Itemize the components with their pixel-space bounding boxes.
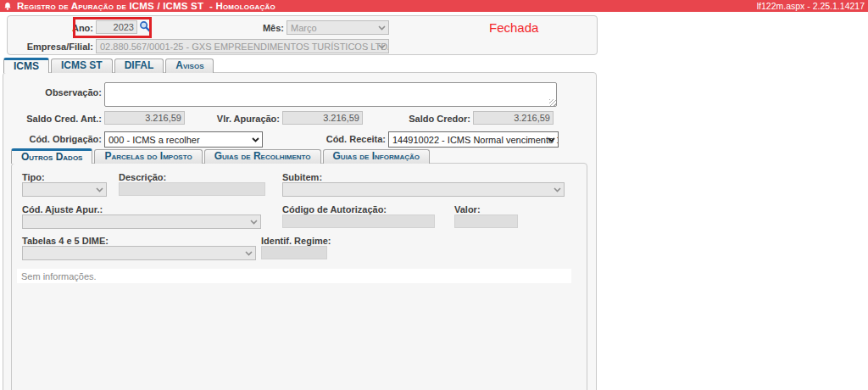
status-badge: Fechada [489,20,538,35]
cod-obrigacao-label: Cód. Obrigação: [25,134,102,144]
mes-select-value: Março [291,23,317,33]
chevron-down-icon [548,137,555,142]
cod-ajuste-apur-label: Cód. Ajuste Apur.: [22,204,103,214]
empresa-filial-label: Empresa/Filial: [17,42,93,52]
chevron-down-icon [554,187,561,192]
tab-guias-de-recolhimento[interactable]: Guias de Recolhimento [204,149,321,164]
tab-icms[interactable]: ICMS [3,58,49,73]
empty-message: Sem informações. [21,271,97,281]
vlr-apuracao-input [282,111,363,125]
cod-obrigacao-value: 000 - ICMS a recolher [108,135,200,145]
saldo-credor-label: Saldo Credor: [394,114,470,124]
cod-receita-select[interactable]: 144910022 - ICMS Normal vencimento 10º d… [388,131,559,148]
subitem-label: Subitem: [282,172,322,182]
sub-tab-bar: Outros Dados Parcelas do Imposto Guias d… [11,148,430,164]
tipo-label: Tipo: [22,172,45,182]
empresa-filial-value: 02.880.567/0001-25 - GXS EMPREENDIMENTOS… [100,42,389,52]
cod-obrigacao-select[interactable]: 000 - ICMS a recolher [104,131,263,148]
tab-icms-st[interactable]: ICMS ST [51,58,113,73]
search-icon[interactable] [139,20,152,35]
page-title: Registro de Apuração de ICMS / ICMS ST -… [17,1,275,11]
subitem-select[interactable] [282,182,565,197]
valor-input [454,214,518,228]
descricao-label: Descrição: [119,172,166,182]
cod-ajuste-apur-select[interactable] [22,214,261,229]
mes-select[interactable]: Março [287,20,389,35]
descricao-input [119,182,265,196]
tab-parcelas-do-imposto[interactable]: Parcelas do Imposto [94,149,202,164]
identif-regime-label: Identif. Regime: [261,236,331,246]
title-bar: Registro de Apuração de ICMS / ICMS ST -… [0,0,868,12]
valor-label: Valor: [454,204,481,214]
cod-autorizacao-label: Código de Autorização: [282,204,387,214]
page-version: lf122m.aspx - 2.25.1.14217 [757,1,865,11]
tab-difal[interactable]: DIFAL [114,58,164,73]
observacao-textarea[interactable] [104,82,557,107]
chevron-down-icon [252,137,259,142]
cod-receita-label: Cód. Receita: [309,134,386,144]
chevron-down-icon [250,220,258,225]
observacao-label: Observação: [34,87,102,98]
empresa-filial-select[interactable]: 02.880.567/0001-25 - GXS EMPREENDIMENTOS… [96,39,389,53]
mes-label: Mês: [250,23,284,33]
app-window: Registro de Apuração de ICMS / ICMS ST -… [0,0,868,390]
tipo-select[interactable] [22,182,107,197]
tabelas-dime-label: Tabelas 4 e 5 DIME: [22,236,108,246]
empty-list-row: Sem informações. [17,269,571,283]
tab-avisos[interactable]: Avisos [165,58,214,73]
tab-outros-dados[interactable]: Outros Dados [11,148,92,164]
ano-label: Ano: [59,23,93,33]
bell-icon [3,2,12,11]
vlr-apuracao-label: Vlr. Apuração: [203,114,280,124]
tabelas-dime-select[interactable] [22,246,256,260]
chevron-down-icon [378,25,386,31]
chevron-down-icon [245,251,253,256]
saldo-credor-input [473,111,554,125]
saldo-cred-ant-label: Saldo Cred. Ant.: [24,114,102,124]
main-tab-bar: ICMS ICMS ST DIFAL Avisos [3,58,214,73]
cod-autorizacao-input [282,214,435,228]
cod-receita-value: 144910022 - ICMS Normal vencimento 10º d… [392,135,559,145]
chevron-down-icon [96,187,103,192]
identif-regime-input [261,246,327,259]
chevron-down-icon [378,44,386,49]
saldo-cred-ant-input [104,111,185,125]
ano-input[interactable] [96,20,137,34]
tab-guias-de-informacao[interactable]: Guias de Informação [323,149,430,164]
